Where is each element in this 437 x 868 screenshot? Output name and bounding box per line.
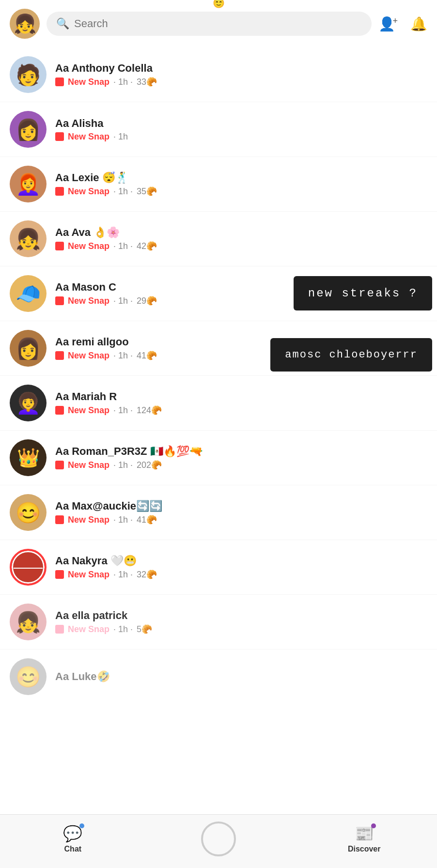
list-item[interactable]: 👩‍🦱 Aa Mariah R New Snap · 1h · 124🥐 [0,376,437,431]
list-item[interactable]: 😊 Aa Max@auckie🔄🔄 New Snap · 1h · 41🥐 [0,485,437,540]
list-item[interactable]: 🧑 Aa Anthony Colella New Snap · 1h · 33🥐 [0,47,437,102]
friend-name: Aa Ava 👌🌸 [55,226,427,239]
status-time: · 1h · [113,77,133,87]
new-snap-label: New Snap [68,570,109,580]
streak-count: 41🥐 [137,514,157,525]
avatar: 👩‍🦱 [10,385,47,421]
list-item[interactable]: 👧 Aa ella patrick New Snap · 1h · 5🥐 [0,595,437,650]
new-snap-icon [55,296,64,305]
capture-button[interactable] [201,822,236,856]
new-snap-icon [55,78,64,86]
chat-icon: 💬 [63,824,82,843]
list-item[interactable]: 👩 Aa remi allgoo New Snap · 1h · 41🥐 amo… [0,321,437,376]
self-avatar[interactable]: 👧 😇 [10,9,40,39]
avatar: 👩‍🦰 [10,166,47,202]
list-item[interactable]: 😊 Aa Luke🤣 [0,650,437,704]
status-time: · 1h · [113,624,133,635]
new-snap-label: New Snap [68,515,109,525]
new-snap-label: New Snap [68,624,109,635]
friend-info: Aa Anthony Colella New Snap · 1h · 33🥐 [55,62,427,87]
notification-icon[interactable]: 🔔 [410,16,427,32]
friend-info: Aa Alisha New Snap · 1h [55,117,427,142]
status-time: · 1h · [113,460,133,470]
header-icons: 👤+ 🔔 [378,16,427,32]
friend-info: Aa Luke🤣 [55,670,427,683]
avatar: 😊 [10,494,47,531]
friend-name: Aa Alisha [55,117,427,130]
friend-info: Aa Max@auckie🔄🔄 New Snap · 1h · 41🥐 [55,500,427,525]
nav-item-capture[interactable] [146,822,292,856]
list-item[interactable]: 👧 Aa Ava 👌🌸 New Snap · 1h · 42🥐 [0,212,437,266]
search-input[interactable] [74,17,362,30]
streak-count: 202🥐 [137,460,162,470]
search-icon: 🔍 [56,17,69,30]
avatar: 🧑 [10,56,47,93]
friend-status: New Snap · 1h · 124🥐 [55,405,427,416]
streak-count: 124🥐 [137,405,162,416]
list-item[interactable]: 👩 Aa Alisha New Snap · 1h [0,102,437,157]
new-snap-label: New Snap [68,77,109,87]
status-time: · 1h · [113,241,133,251]
new-snap-icon [55,515,64,524]
avatar: 👩 [10,330,47,367]
new-snap-label: New Snap [68,241,109,251]
status-time: · 1h · [113,296,133,306]
list-item[interactable]: 🧢 Aa Mason C New Snap · 1h · 29🥐 new str… [0,266,437,321]
status-time: · 1h [113,132,128,142]
friend-info: Aa Nakyra 🤍😬 New Snap · 1h · 32🥐 [55,555,427,580]
bottom-nav: 💬 Chat 📰 Discover [0,814,437,868]
friend-name: Aa Mariah R [55,390,201,403]
friend-status: New Snap · 1h · 41🥐 [55,514,427,525]
chat-label: Chat [64,845,82,853]
new-snap-icon [55,406,64,415]
friend-name: Aa remi allgoo [55,336,172,348]
friend-name: Aa Nakyra 🤍😬 [55,555,427,567]
list-item[interactable]: 👩‍🦰 Aa Lexie 😴🕺 New Snap · 1h · 35🥐 [0,157,437,212]
search-bar[interactable]: 🔍 [47,12,372,36]
streak-count: 33🥐 [137,77,157,87]
friend-name: Aa Luke🤣 [55,670,427,683]
status-time: · 1h · [113,186,133,197]
avatar: 👑 [10,439,47,476]
streaks-tooltip: new streaks ? [294,276,432,310]
friend-info: Aa Lexie 😴🕺 New Snap · 1h · 35🥐 [55,171,427,197]
new-snap-icon [55,625,64,634]
new-snap-icon [55,187,64,196]
discover-label: Discover [348,845,381,853]
nav-item-discover[interactable]: 📰 Discover [291,824,437,853]
list-item[interactable]: 👑 Aa Roman_P3R3Z 🇲🇽🔥💯🔫 New Snap · 1h · 2… [0,431,437,485]
streak-count: 29🥐 [137,295,157,306]
discover-icon: 📰 [355,824,374,843]
chat-notification-dot [79,823,84,828]
streak-count: 42🥐 [137,241,157,251]
friend-info: Aa ella patrick New Snap · 1h · 5🥐 [55,609,427,635]
list-item[interactable]: —— Aa Nakyra 🤍😬 New Snap · 1h · 32🥐 [0,540,437,595]
friend-status: New Snap · 1h · 35🥐 [55,186,427,197]
nav-item-chat[interactable]: 💬 Chat [0,824,146,853]
streak-count: 32🥐 [137,569,157,580]
new-snap-icon [55,461,64,469]
friend-info: Aa Roman_P3R3Z 🇲🇽🔥💯🔫 New Snap · 1h · 202… [55,445,427,470]
friend-info: Aa Ava 👌🌸 New Snap · 1h · 42🥐 [55,226,427,251]
friend-name: Aa Roman_P3R3Z 🇲🇽🔥💯🔫 [55,445,427,458]
friend-status: New Snap · 1h · 5🥐 [55,624,427,635]
add-friend-icon[interactable]: 👤+ [378,16,401,32]
avatar: —— [10,549,47,586]
new-snap-icon [55,570,64,579]
avatar: 👧 [10,220,47,257]
friend-name: Aa Lexie 😴🕺 [55,171,427,184]
friend-list: 🧑 Aa Anthony Colella New Snap · 1h · 33🥐… [0,47,437,762]
friend-status: New Snap · 1h · 202🥐 [55,460,427,470]
status-time: · 1h · [113,515,133,525]
friend-name: Aa ella patrick [55,609,427,622]
new-snap-label: New Snap [68,186,109,197]
avatar: 👩 [10,111,47,148]
avatar: 👧 [10,604,47,640]
header: 👧 😇 🔍 👤+ 🔔 [0,0,437,47]
friend-name: Aa Anthony Colella [55,62,427,75]
new-snap-label: New Snap [68,296,109,306]
new-snap-label: New Snap [68,405,109,416]
avatar: 😊 [10,658,47,695]
friend-status: New Snap · 1h · 33🥐 [55,77,427,87]
friend-status: New Snap · 1h [55,132,427,142]
